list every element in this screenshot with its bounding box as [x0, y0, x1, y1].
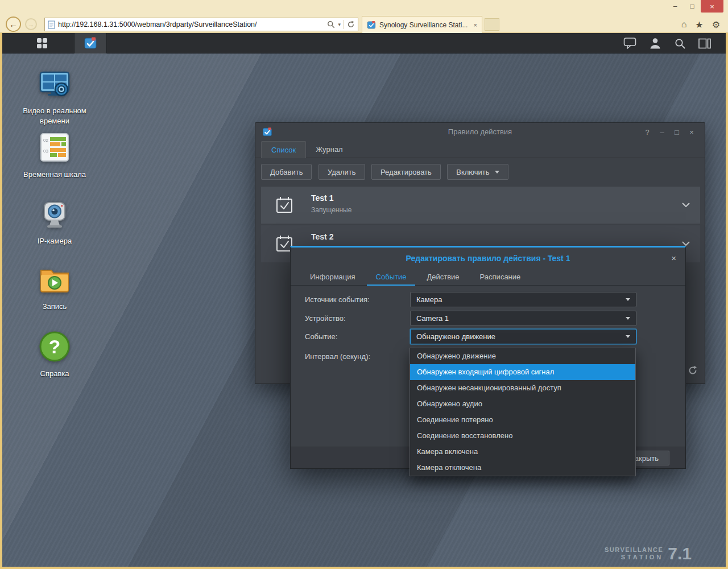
window-title: Правило действия [255, 123, 705, 141]
event-option[interactable]: Соединение восстановлено [410, 428, 635, 444]
browser-minimize-button[interactable]: – [667, 0, 684, 13]
new-tab-button[interactable] [485, 18, 499, 31]
live-view-icon [36, 65, 73, 102]
desktop-icon-ip-camera[interactable]: IP-камера [10, 196, 100, 246]
question-mark-glyph: ? [49, 336, 61, 357]
desktop-icon-label: Временная шкала [10, 170, 100, 180]
main-menu-button[interactable] [27, 33, 57, 53]
tab-list[interactable]: Список [261, 141, 306, 158]
desktop-icon-recording[interactable]: Запись [10, 261, 100, 312]
browser-titlebar: – □ × [0, 0, 728, 16]
tab-action[interactable]: Действие [417, 269, 468, 286]
recording-folder-icon [36, 261, 73, 298]
form-row-event-source: Источник события: Камера [291, 292, 685, 307]
help-button[interactable]: ? [640, 128, 655, 137]
event-source-select[interactable]: Камера [410, 292, 636, 307]
rule-name: Test 1 [311, 193, 333, 203]
enable-button[interactable]: Включить [447, 164, 508, 180]
search-caret-icon[interactable]: ▾ [338, 22, 341, 27]
window-titlebar[interactable]: Правило действия ? – □ × [255, 123, 705, 141]
event-option[interactable]: Обнаружено аудио [410, 396, 635, 412]
maximize-button[interactable]: □ [669, 128, 684, 137]
tab-favicon-synology-icon [367, 20, 376, 30]
url-text: http://192.168.1.31:5000/webman/3rdparty… [58, 20, 324, 28]
desktop-icon-label: Справка [10, 369, 100, 379]
tab-schedule[interactable]: Расписание [471, 269, 530, 286]
forward-button[interactable]: → [25, 18, 37, 30]
event-dropdown-menu: Обнаружено движение Обнаружен входящий ц… [410, 348, 636, 476]
event-select[interactable]: Обнаружено движение [410, 329, 636, 344]
desktop-icon-live-view[interactable]: Видео в реальном времени [10, 65, 100, 126]
back-arrow-icon: ← [9, 19, 18, 29]
browser-maximize-button[interactable]: □ [684, 0, 701, 13]
add-button-label: Добавить [270, 168, 303, 176]
rule-window-tabs: Список Журнал [255, 141, 705, 158]
browser-close-button[interactable]: × [701, 0, 723, 13]
tab-close-icon[interactable]: × [474, 22, 477, 28]
rule-toolbar: Добавить Удалить Редактировать Включить [255, 158, 705, 182]
delete-button[interactable]: Удалить [318, 164, 365, 180]
taskbar-surveillance-station-button[interactable] [74, 33, 107, 53]
device-select[interactable]: Camera 1 [410, 311, 636, 326]
close-button[interactable]: × [684, 128, 699, 137]
tab-information[interactable]: Информация [301, 269, 365, 286]
address-bar[interactable]: http://192.168.1.31:5000/webman/3rdparty… [44, 18, 358, 31]
notifications-chat-icon[interactable] [623, 37, 636, 50]
favorites-star-icon[interactable]: ★ [695, 19, 703, 30]
browser-window-controls: – □ × [667, 0, 723, 13]
widgets-panes-icon[interactable] [698, 38, 711, 50]
event-label: Событие: [305, 329, 337, 344]
interval-label: Интервал (секунд): [305, 349, 370, 364]
minimize-button[interactable]: – [655, 128, 669, 137]
settings-gear-icon[interactable]: ⚙ [712, 19, 720, 30]
home-icon[interactable]: ⌂ [681, 19, 687, 30]
browser-toolbar: ← → http://192.168.1.31:5000/webman/3rdp… [0, 16, 728, 33]
dsm-desktop: Видео в реальном времени 02 03 Временная… [2, 53, 726, 567]
user-options-icon[interactable] [649, 37, 661, 50]
desktop-icon-label: IP-камера [10, 236, 100, 246]
dialog-close-icon[interactable]: × [671, 253, 676, 263]
event-option[interactable]: Камера включена [410, 444, 635, 460]
rule-list-row-test1[interactable]: Test 1 Запущенные [261, 187, 700, 224]
delete-button-label: Удалить [328, 168, 356, 176]
desktop-icon-help[interactable]: ? Справка [10, 328, 100, 379]
timeline-number: 02 [43, 138, 48, 143]
window-controls: ? – □ × [640, 123, 699, 141]
surveillance-station-app-icon [84, 36, 97, 50]
divider [344, 20, 344, 29]
ip-camera-icon [36, 196, 73, 232]
desktop-icon-timeline[interactable]: 02 03 Временная шкала [10, 129, 100, 180]
tab-log[interactable]: Журнал [306, 141, 352, 158]
event-option[interactable]: Соединение потеряно [410, 412, 635, 428]
form-row-event: Событие: Обнаружено движение [291, 329, 685, 344]
tab-title: Synology Surveillance Stati... [379, 21, 470, 29]
page-icon [48, 20, 55, 29]
add-button[interactable]: Добавить [261, 164, 312, 180]
edit-button[interactable]: Редактировать [371, 164, 441, 180]
dialog-tabs: Информация Событие Действие Расписание [291, 269, 685, 286]
edit-button-label: Редактировать [380, 168, 432, 176]
help-icon: ? [36, 328, 73, 365]
event-option[interactable]: Камера отключена [410, 460, 635, 476]
dsm-status-icons [623, 33, 711, 53]
caret-down-icon [626, 298, 630, 301]
tab-event[interactable]: Событие [367, 269, 416, 286]
watermark-version: 7.1 [668, 545, 692, 562]
dsm-taskbar [2, 33, 726, 53]
form-row-device: Устройство: Camera 1 [291, 311, 685, 326]
refresh-icon[interactable] [688, 365, 698, 376]
back-button[interactable]: ← [6, 17, 21, 32]
rule-name: Test 2 [311, 232, 333, 241]
chevron-down-icon[interactable] [682, 203, 690, 207]
event-value: Обнаружено движение [416, 332, 495, 341]
refresh-icon[interactable] [347, 20, 355, 28]
browser-tab[interactable]: Synology Surveillance Stati... × [362, 16, 482, 33]
event-option-selected[interactable]: Обнаружен входящий цифровой сигнал [410, 364, 635, 380]
event-option[interactable]: Обнаружен несанкционированный доступ [410, 380, 635, 396]
event-option[interactable]: Обнаружено движение [410, 348, 635, 364]
device-value: Camera 1 [416, 314, 449, 323]
chevron-down-icon[interactable] [682, 241, 690, 246]
search-icon[interactable] [674, 38, 686, 50]
search-icon[interactable] [327, 20, 335, 28]
desktop-icon-label: Запись [10, 302, 100, 312]
